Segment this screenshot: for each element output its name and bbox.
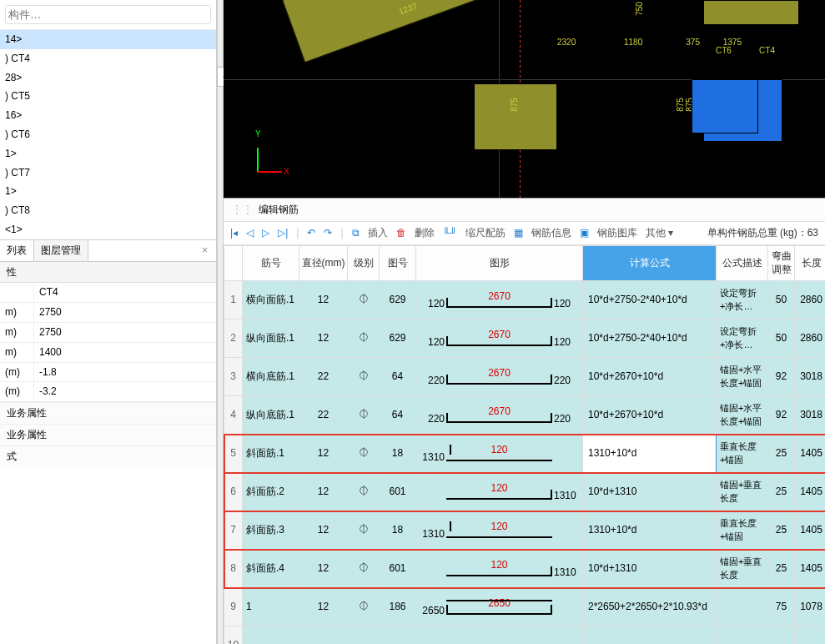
cell-fig[interactable]: 18	[380, 511, 416, 550]
cell-id[interactable]: 斜面筋.4	[243, 550, 299, 588]
cell-id[interactable]: 横向底筋.1	[243, 358, 299, 396]
col-bend[interactable]: 弯曲调整	[768, 245, 795, 281]
prop-value-input[interactable]	[34, 382, 216, 401]
tree-item[interactable]: ) CT7	[0, 164, 216, 183]
table-row[interactable]: 1横向面筋.112⏀629120267012010*d+2750-2*40+10…	[224, 281, 826, 319]
cell-fig[interactable]: 186	[380, 588, 416, 626]
cell-desc[interactable]: 锚固+水平长度+锚固	[717, 396, 768, 435]
library-icon[interactable]: ▣	[580, 226, 589, 240]
cell-class[interactable]: ⏀	[348, 358, 380, 396]
col-dia[interactable]: 直径(mm)	[299, 245, 348, 281]
cell-bend[interactable]: 92	[768, 358, 795, 396]
row-index[interactable]: 3	[224, 358, 243, 396]
rebar-library-button[interactable]: 钢筋图库	[597, 226, 637, 240]
redo-icon[interactable]: ↷	[324, 226, 332, 240]
cell-shape[interactable]: 1201310	[416, 473, 583, 511]
cell-shape[interactable]: 26502650	[416, 588, 583, 626]
table-row[interactable]: 10	[224, 626, 826, 644]
cell-shape[interactable]: 1202670120	[416, 319, 583, 358]
cell-desc[interactable]: 锚固+水平长度+锚固	[717, 358, 768, 396]
row-index[interactable]: 5	[224, 435, 243, 473]
cell-dia[interactable]: 12	[299, 588, 348, 626]
cell-len[interactable]: 2860	[795, 319, 826, 358]
table-row[interactable]: 3横向底筋.122⏀64220267022010*d+2670+10*d锚固+水…	[224, 358, 826, 396]
cell-class[interactable]: ⏀	[348, 435, 380, 473]
table-row[interactable]: 5斜面筋.112⏀1813101201310+10*d垂直长度+锚固251405	[224, 435, 826, 473]
cell-shape[interactable]	[416, 626, 583, 644]
tree-item[interactable]: 1>	[0, 182, 216, 201]
cell-fig[interactable]: 629	[380, 281, 416, 319]
cell-id[interactable]: 斜面筋.3	[243, 511, 299, 550]
cell-len[interactable]: 2860	[795, 281, 826, 319]
cell-class[interactable]	[348, 626, 380, 644]
table-row[interactable]: 8斜面筋.412⏀601120131010*d+1310锚固+垂直长度25140…	[224, 550, 826, 588]
cell-dia[interactable]	[299, 626, 348, 644]
tree-item[interactable]: 1>	[0, 144, 216, 164]
cell-len[interactable]: 3018	[795, 396, 826, 435]
tree-item[interactable]: ) CT8	[0, 201, 216, 220]
panel-title-bar[interactable]: ⋮⋮ 编辑钢筋	[224, 199, 825, 222]
cell-desc[interactable]: 垂直长度+锚固	[717, 511, 768, 550]
cell-desc[interactable]: 设定弯折+净长…	[717, 281, 768, 319]
table-row[interactable]: 2纵向面筋.112⏀629120267012010*d+2750-2*40+10…	[224, 319, 826, 358]
close-panel-button[interactable]: ×	[194, 240, 216, 261]
cad-viewport[interactable]: CT6 2320 1180 875 875 1237 750 CT4 375 1…	[224, 0, 825, 199]
tree-item[interactable]: 16>	[0, 106, 216, 125]
cell-class[interactable]: ⏀	[348, 588, 380, 626]
cell-formula[interactable]: 1310+10*d	[583, 435, 717, 473]
vertical-splitter[interactable]: ◂	[217, 0, 224, 644]
next-icon[interactable]: ▷	[262, 226, 269, 240]
info-icon[interactable]: ▦	[514, 226, 523, 240]
cell-formula[interactable]: 2*2650+2*2650+2*10.93*d	[583, 588, 717, 626]
col-len[interactable]: 长度	[795, 245, 826, 281]
cell-dia[interactable]: 12	[299, 550, 348, 588]
delete-button[interactable]: 删除	[415, 226, 435, 240]
cell-id[interactable]: 1	[243, 588, 299, 626]
cell-id[interactable]: 斜面筋.2	[243, 473, 299, 511]
undo-icon[interactable]: ↶	[307, 226, 315, 240]
cell-desc[interactable]: 设定弯折+净长…	[717, 319, 768, 358]
table-row[interactable]: 6斜面筋.212⏀601120131010*d+1310锚固+垂直长度25140…	[224, 473, 826, 511]
cell-fig[interactable]: 18	[380, 435, 416, 473]
cell-dia[interactable]: 12	[299, 511, 348, 550]
scale-rebar-button[interactable]: 缩尺配筋	[465, 226, 506, 240]
tree-item[interactable]: <1>	[0, 220, 216, 239]
row-index[interactable]: 10	[224, 626, 243, 644]
cell-len[interactable]: 1078	[795, 588, 826, 626]
prop-value-input[interactable]	[34, 323, 216, 342]
delete-icon[interactable]: 🗑	[396, 226, 406, 240]
cell-fig[interactable]: 601	[380, 473, 416, 511]
col-index[interactable]	[224, 245, 243, 281]
cell-bend[interactable]: 25	[768, 473, 795, 511]
cell-fig[interactable]: 64	[380, 358, 416, 396]
cell-shape[interactable]: 1201310	[416, 550, 583, 588]
cell-formula[interactable]: 10*d+2750-2*40+10*d	[583, 319, 717, 358]
tree-item[interactable]: 14>	[0, 30, 216, 49]
cell-len[interactable]: 1405	[795, 511, 826, 550]
tree-item[interactable]: ) CT6	[0, 125, 216, 144]
row-index[interactable]: 1	[224, 281, 243, 319]
prev-icon[interactable]: ◁	[246, 226, 254, 240]
component-search[interactable]	[5, 5, 211, 24]
cell-bend[interactable]: 50	[768, 319, 795, 358]
cell-formula[interactable]	[583, 626, 717, 644]
cell-formula[interactable]: 10*d+2670+10*d	[583, 358, 717, 396]
cell-dia[interactable]: 22	[299, 358, 348, 396]
prop-value-input[interactable]	[34, 283, 216, 302]
table-row[interactable]: 9112⏀186265026502*2650+2*2650+2*10.93*d7…	[224, 588, 826, 626]
cell-class[interactable]: ⏀	[348, 396, 380, 435]
cell-class[interactable]: ⏀	[348, 319, 380, 358]
tab-attr-list[interactable]: 列表	[0, 240, 34, 261]
other-dropdown[interactable]: 其他 ▾	[646, 226, 673, 240]
cell-shape[interactable]: 1202670120	[416, 281, 583, 319]
rebar-info-button[interactable]: 钢筋信息	[531, 226, 571, 240]
cell-fig[interactable]: 629	[380, 319, 416, 358]
insert-button[interactable]: 插入	[368, 226, 388, 240]
cell-id[interactable]: 斜面筋.1	[243, 435, 299, 473]
cell-len[interactable]	[795, 626, 826, 644]
ruler-icon[interactable]: ╙╜	[443, 226, 457, 240]
col-shape[interactable]: 图形	[416, 245, 583, 281]
row-index[interactable]: 7	[224, 511, 243, 550]
cell-class[interactable]: ⏀	[348, 281, 380, 319]
cell-fig[interactable]	[380, 626, 416, 644]
